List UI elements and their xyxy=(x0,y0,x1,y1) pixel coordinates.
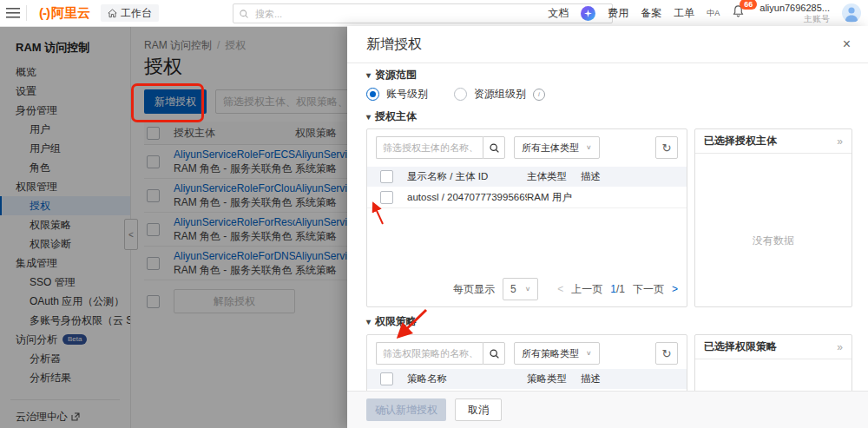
caret-down-icon: ▾ xyxy=(366,70,371,80)
subject-refresh-button[interactable]: ↻ xyxy=(655,136,678,159)
policy-search-button[interactable] xyxy=(483,342,505,365)
person-icon xyxy=(842,3,861,23)
ticket-link[interactable]: 工单 xyxy=(674,6,694,21)
workbench-button[interactable]: 工作台 xyxy=(101,4,159,22)
chevron-down-icon: ∨ xyxy=(586,144,592,151)
radio-account-level[interactable] xyxy=(366,88,379,101)
notification-bell-icon[interactable]: 66 xyxy=(732,4,747,22)
topbar-divider xyxy=(26,5,27,21)
search-icon xyxy=(489,142,500,154)
subject-type-select[interactable]: 所有主体类型 ∨ xyxy=(514,136,600,159)
drawer-title: 新增授权 xyxy=(366,26,422,63)
selected-subjects-title: 已选择授权主体 xyxy=(704,134,777,148)
subject-pagination: 每页显示 5 ∨ < 上一页 1/1 下一页 > xyxy=(453,278,678,300)
policy-toolbar: 所有策略类型 ∨ ↻ xyxy=(376,342,678,365)
policy-refresh-button[interactable]: ↻ xyxy=(655,342,678,365)
section-subject[interactable]: ▾授权主体 xyxy=(366,109,417,124)
topbar: (-) 阿里云 工作台 文档 费用 xyxy=(0,0,868,27)
avatar[interactable] xyxy=(842,3,861,23)
per-page-label: 每页显示 xyxy=(453,282,495,297)
hamburger-glyph xyxy=(6,8,20,18)
billing-link[interactable]: 费用 xyxy=(608,6,628,21)
selected-policies-header: 已选择权限策略 » xyxy=(695,335,852,359)
radio-account-label: 账号级别 xyxy=(386,87,428,102)
subject-select-all-checkbox[interactable] xyxy=(380,170,393,183)
chevron-down-icon: ∨ xyxy=(586,350,592,357)
expand-panel-icon[interactable]: » xyxy=(837,341,843,353)
per-page-value: 5 xyxy=(510,283,516,295)
section-policy-title: 权限策略 xyxy=(375,315,417,327)
search-icon xyxy=(489,348,500,359)
account-type: 主账号 xyxy=(804,14,830,24)
policy-type-value: 所有策略类型 xyxy=(522,347,579,360)
subject-toolbar: 所有主体类型 ∨ ↻ xyxy=(376,136,678,159)
selected-subjects-panel: 已选择授权主体 » 没有数据 xyxy=(694,128,852,307)
aliyun-console: (-) 阿里云 工作台 文档 费用 xyxy=(0,0,868,428)
account-name: aliyun7696285... xyxy=(760,3,830,13)
subject-picker-card: 所有主体类型 ∨ ↻ 显示名称 / 主体 ID 主体类型 描述 autossl … xyxy=(366,128,687,307)
subject-type: RAM 用户 xyxy=(527,191,581,204)
aliyun-logo[interactable]: (-) 阿里云 xyxy=(39,5,90,22)
topbar-right: 文档 费用 备案 工单 中A 66 aliyun7696285... 主账号 xyxy=(548,0,861,26)
prev-page-button[interactable]: 上一页 xyxy=(571,282,602,297)
next-page-button[interactable]: 下一页 xyxy=(633,282,664,297)
page-next-icon[interactable]: > xyxy=(672,283,678,295)
hamburger-menu-icon[interactable] xyxy=(0,0,26,26)
subject-row-checkbox[interactable] xyxy=(380,191,393,204)
workbench-label: 工作台 xyxy=(121,6,152,21)
notification-badge: 66 xyxy=(740,0,757,10)
selected-policies-title: 已选择权限策略 xyxy=(704,339,777,354)
confirm-add-grant-button[interactable]: 确认新增授权 xyxy=(366,398,446,421)
chevron-down-icon: ∨ xyxy=(525,286,531,293)
refresh-icon: ↻ xyxy=(662,347,672,360)
section-scope[interactable]: ▾资源范围 xyxy=(366,68,417,82)
sparkle-icon xyxy=(584,10,592,17)
section-subject-title: 授权主体 xyxy=(375,110,417,122)
caret-down-icon: ▾ xyxy=(366,112,371,122)
language-switch-icon[interactable]: 中A xyxy=(707,8,720,19)
col-subject-type: 主体类型 xyxy=(527,170,581,183)
total-pages: 1 xyxy=(619,283,625,295)
subject-search-button[interactable] xyxy=(483,136,505,159)
section-scope-title: 资源范围 xyxy=(375,69,417,81)
aliyun-logo-mark: (-) xyxy=(39,5,49,20)
expand-panel-icon[interactable]: » xyxy=(837,135,843,148)
col-description: 描述 xyxy=(581,170,687,183)
ai-assistant-icon[interactable] xyxy=(581,6,595,21)
info-icon[interactable]: i xyxy=(533,89,545,101)
close-icon[interactable]: × xyxy=(843,36,851,53)
col-description: 描述 xyxy=(581,372,687,385)
col-policy-name: 策略名称 xyxy=(407,372,527,385)
policy-filter-input[interactable] xyxy=(376,342,483,365)
subject-row: autossl / 204707773995669789 RAM 用户 xyxy=(367,187,687,208)
scope-options: 账号级别 资源组级别 i xyxy=(366,87,545,102)
refresh-icon: ↻ xyxy=(662,142,672,155)
beian-link[interactable]: 备案 xyxy=(641,6,661,21)
drawer-header: 新增授权 × xyxy=(347,26,868,63)
radio-resource-group-level[interactable] xyxy=(454,88,467,101)
section-policy[interactable]: ▾权限策略 xyxy=(366,314,417,329)
caret-down-icon: ▾ xyxy=(366,317,371,326)
subject-type-value: 所有主体类型 xyxy=(522,142,579,155)
aliyun-logo-text: 阿里云 xyxy=(51,5,90,22)
subject-table-header: 显示名称 / 主体 ID 主体类型 描述 xyxy=(367,167,687,187)
radio-resource-group-label: 资源组级别 xyxy=(474,87,526,102)
add-grant-drawer: 新增授权 × ▾资源范围 账号级别 资源组级别 i ▾授权主体 xyxy=(347,26,868,428)
docs-link[interactable]: 文档 xyxy=(548,6,569,21)
empty-state-text: 没有数据 xyxy=(695,234,852,248)
cancel-button[interactable]: 取消 xyxy=(455,398,502,421)
home-icon xyxy=(108,9,117,18)
col-policy-type: 策略类型 xyxy=(527,372,581,385)
current-page: 1 xyxy=(610,283,616,295)
policy-select-all-checkbox[interactable] xyxy=(380,372,393,385)
account-menu[interactable]: aliyun7696285... 主账号 xyxy=(760,3,830,24)
selected-subjects-header: 已选择授权主体 » xyxy=(695,129,852,154)
policy-type-select[interactable]: 所有策略类型 ∨ xyxy=(514,342,600,365)
topbar-left: (-) 阿里云 工作台 xyxy=(0,0,159,26)
search-icon xyxy=(239,9,249,19)
subject-filter-input[interactable] xyxy=(376,136,483,159)
per-page-select[interactable]: 5 ∨ xyxy=(503,278,538,300)
col-display-name: 显示名称 / 主体 ID xyxy=(407,170,527,183)
page-prev-icon[interactable]: < xyxy=(557,283,563,295)
page-indicator: 1/1 xyxy=(610,283,625,295)
